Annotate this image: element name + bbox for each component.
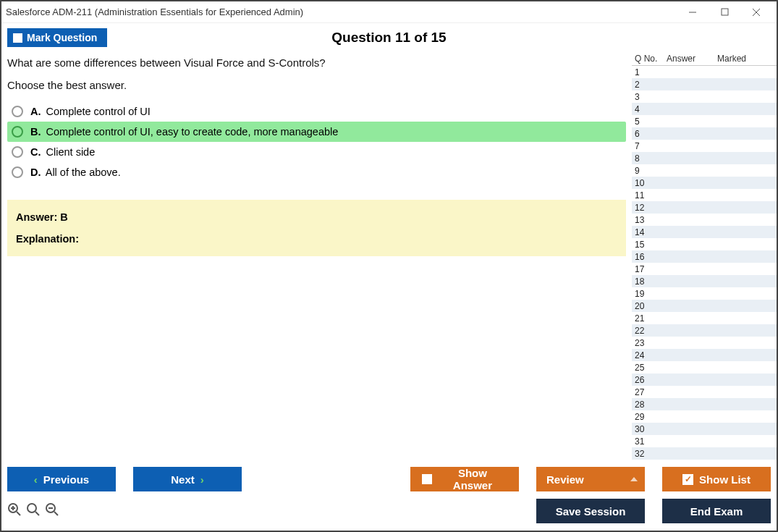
radio-icon bbox=[12, 106, 23, 117]
qlist-number: 7 bbox=[635, 141, 667, 151]
show-list-button[interactable]: ✓ Show List bbox=[662, 467, 771, 491]
qlist-row[interactable]: 5 bbox=[632, 115, 777, 127]
qlist-row[interactable]: 32 bbox=[632, 447, 777, 460]
body: What are some differences between Visual… bbox=[1, 52, 777, 461]
qlist-row[interactable]: 20 bbox=[632, 300, 777, 312]
checked-box-icon: ✓ bbox=[682, 474, 693, 485]
checkbox-icon bbox=[422, 474, 432, 484]
qlist-row[interactable]: 15 bbox=[632, 238, 777, 250]
titlebar: Salesforce ADM-211 (Administration Essen… bbox=[1, 1, 777, 23]
qlist-row[interactable]: 23 bbox=[632, 337, 777, 349]
qlist-row[interactable]: 9 bbox=[632, 164, 777, 177]
qlist-row[interactable]: 11 bbox=[632, 189, 777, 201]
qlist-row[interactable]: 24 bbox=[632, 349, 777, 361]
zoom-in-icon[interactable] bbox=[7, 502, 22, 520]
qlist-number: 14 bbox=[635, 227, 667, 237]
qlist-number: 21 bbox=[635, 313, 667, 324]
footer-row-1: ‹ Previous Next › Show Answer Review ✓ S… bbox=[7, 467, 771, 491]
qlist-row[interactable]: 4 bbox=[632, 103, 777, 115]
question-instruction: Choose the best answer. bbox=[7, 79, 626, 91]
maximize-button[interactable] bbox=[709, 2, 740, 22]
col-header-qno: Q No. bbox=[635, 54, 667, 64]
qlist-number: 28 bbox=[635, 400, 667, 410]
footer: ‹ Previous Next › Show Answer Review ✓ S… bbox=[1, 461, 777, 531]
qlist-row[interactable]: 3 bbox=[632, 90, 777, 103]
qlist-row[interactable]: 29 bbox=[632, 410, 777, 423]
qlist-row[interactable]: 12 bbox=[632, 201, 777, 214]
qlist-row[interactable]: 19 bbox=[632, 287, 777, 300]
qlist-number: 12 bbox=[635, 203, 667, 213]
qlist-row[interactable]: 28 bbox=[632, 398, 777, 410]
question-counter: Question 11 of 15 bbox=[1, 30, 777, 46]
qlist-row[interactable]: 8 bbox=[632, 152, 777, 164]
next-label: Next bbox=[171, 473, 195, 486]
chevron-up-icon bbox=[630, 477, 638, 481]
review-button[interactable]: Review bbox=[536, 467, 645, 491]
qlist-row[interactable]: 16 bbox=[632, 250, 777, 263]
close-button[interactable] bbox=[740, 2, 772, 22]
mark-question-button[interactable]: Mark Question bbox=[7, 28, 107, 47]
next-button[interactable]: Next › bbox=[133, 467, 242, 491]
qlist-number: 22 bbox=[635, 326, 667, 336]
qlist-row[interactable]: 10 bbox=[632, 177, 777, 189]
qlist-row[interactable]: 2 bbox=[632, 78, 777, 90]
option-text: C. Client side bbox=[30, 146, 95, 158]
previous-button[interactable]: ‹ Previous bbox=[7, 467, 116, 491]
qlist-number: 33 bbox=[635, 461, 667, 462]
qlist-row[interactable]: 33 bbox=[632, 460, 777, 461]
option-a[interactable]: A. Complete control of UI bbox=[7, 101, 626, 122]
qlist-row[interactable]: 6 bbox=[632, 127, 777, 140]
qlist-number: 26 bbox=[635, 375, 667, 385]
qlist-number: 20 bbox=[635, 301, 667, 311]
qlist-row[interactable]: 7 bbox=[632, 140, 777, 152]
review-label: Review bbox=[546, 473, 584, 486]
previous-label: Previous bbox=[43, 473, 89, 486]
qlist-row[interactable]: 21 bbox=[632, 312, 777, 324]
qlist-row[interactable]: 18 bbox=[632, 275, 777, 287]
save-session-button[interactable]: Save Session bbox=[536, 499, 645, 523]
end-exam-button[interactable]: End Exam bbox=[662, 499, 771, 523]
qlist-number: 23 bbox=[635, 338, 667, 348]
checkbox-icon bbox=[13, 33, 22, 43]
minimize-button[interactable] bbox=[677, 2, 709, 22]
qlist-row[interactable]: 17 bbox=[632, 263, 777, 275]
qlist-number: 2 bbox=[635, 80, 667, 90]
show-list-label: Show List bbox=[699, 473, 750, 486]
option-c[interactable]: C. Client side bbox=[7, 142, 626, 162]
qlist-row[interactable]: 14 bbox=[632, 226, 777, 238]
qlist-row[interactable]: 22 bbox=[632, 324, 777, 337]
qlist-number: 1 bbox=[635, 67, 667, 77]
qlist-row[interactable]: 27 bbox=[632, 386, 777, 398]
qlist-row[interactable]: 26 bbox=[632, 373, 777, 386]
explanation-label: Explanation: bbox=[16, 233, 79, 245]
qlist-number: 30 bbox=[635, 424, 667, 434]
qlist-row[interactable]: 25 bbox=[632, 361, 777, 373]
col-header-answer: Answer bbox=[667, 54, 717, 64]
option-d[interactable]: D. All of the above. bbox=[7, 162, 626, 182]
svg-line-5 bbox=[17, 512, 20, 515]
qlist-row[interactable]: 31 bbox=[632, 435, 777, 447]
qlist-row[interactable]: 13 bbox=[632, 214, 777, 226]
zoom-out-icon[interactable] bbox=[45, 502, 59, 520]
zoom-reset-icon[interactable] bbox=[26, 502, 41, 520]
header-bar: Mark Question Question 11 of 15 bbox=[1, 23, 777, 52]
qlist-number: 17 bbox=[635, 264, 667, 274]
footer-row-2: Save Session End Exam bbox=[7, 499, 771, 523]
option-text: D. All of the above. bbox=[30, 166, 121, 178]
option-b[interactable]: B. Complete control of UI, easy to creat… bbox=[7, 122, 626, 142]
qlist-number: 5 bbox=[635, 117, 667, 127]
end-exam-label: End Exam bbox=[690, 505, 743, 518]
question-list[interactable]: 1234567891011121314151617181920212223242… bbox=[632, 66, 777, 461]
side-header: Q No. Answer Marked bbox=[632, 52, 777, 66]
qlist-row[interactable]: 30 bbox=[632, 423, 777, 435]
option-text: A. Complete control of UI bbox=[30, 106, 151, 117]
app-window: Salesforce ADM-211 (Administration Essen… bbox=[0, 0, 778, 532]
answer-box: Answer: B Explanation: bbox=[7, 200, 626, 256]
main-panel: What are some differences between Visual… bbox=[1, 52, 632, 461]
qlist-row[interactable]: 1 bbox=[632, 66, 777, 78]
show-answer-button[interactable]: Show Answer bbox=[410, 467, 519, 491]
qlist-number: 3 bbox=[635, 92, 667, 102]
qlist-number: 24 bbox=[635, 350, 667, 360]
qlist-number: 19 bbox=[635, 289, 667, 299]
qlist-number: 16 bbox=[635, 252, 667, 262]
